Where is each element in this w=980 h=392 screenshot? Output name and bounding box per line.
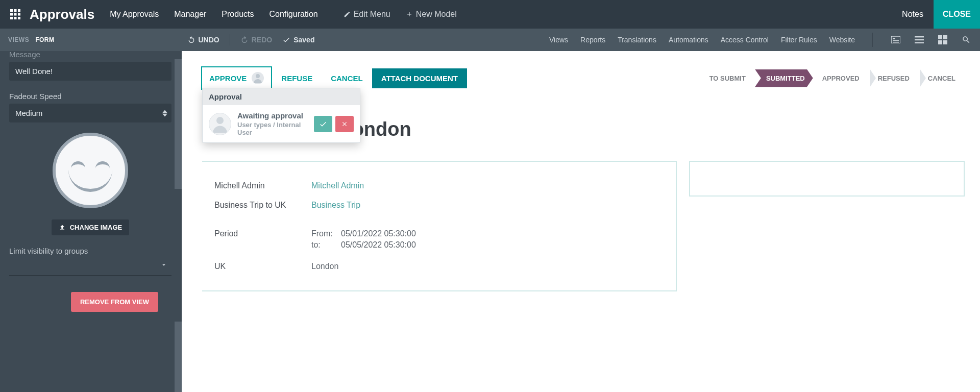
popover-head: Approval bbox=[203, 88, 360, 105]
undo-label: UNDO bbox=[199, 36, 219, 44]
status-submitted[interactable]: SUBMITTED bbox=[755, 69, 813, 87]
popover-approve-button[interactable] bbox=[314, 116, 332, 132]
fadeout-select[interactable]: Medium bbox=[9, 104, 172, 122]
change-image-button[interactable]: CHANGE IMAGE bbox=[52, 219, 130, 235]
redo-label: REDO bbox=[252, 36, 272, 44]
svg-point-20 bbox=[256, 74, 260, 78]
menu-products[interactable]: Products bbox=[222, 10, 254, 19]
status-approved[interactable]: APPROVED bbox=[813, 69, 869, 87]
kanban-view-icon[interactable] bbox=[937, 34, 948, 45]
record-title: to London bbox=[316, 118, 965, 140]
svg-rect-10 bbox=[893, 38, 895, 39]
popover-title: Awaiting approval bbox=[237, 111, 308, 120]
message-input[interactable]: Well Done! bbox=[9, 62, 172, 81]
apps-icon[interactable] bbox=[6, 5, 24, 23]
secondbar: VIEWS FORM UNDO REDO Saved Views Reports… bbox=[0, 29, 980, 51]
new-model[interactable]: New Model bbox=[406, 10, 457, 19]
content: APPROVE Approval Awaiting approval bbox=[182, 51, 980, 392]
new-model-label: New Model bbox=[416, 10, 457, 19]
visibility-select[interactable] bbox=[9, 258, 172, 276]
upload-icon bbox=[59, 224, 66, 231]
sheet-right bbox=[689, 161, 965, 197]
action-row: APPROVE Approval Awaiting approval bbox=[201, 66, 965, 90]
location-value: London bbox=[311, 262, 338, 271]
list-view-icon[interactable] bbox=[914, 34, 925, 45]
visibility-label: Limit visibility to groups bbox=[9, 247, 173, 255]
row-category-value[interactable]: Business Trip bbox=[311, 201, 360, 210]
app-title[interactable]: Approvals bbox=[30, 7, 94, 22]
check-icon bbox=[282, 36, 290, 44]
message-value: Well Done! bbox=[15, 67, 53, 76]
svg-rect-7 bbox=[14, 17, 17, 19]
fadeout-label: Fadeout Speed bbox=[9, 92, 173, 101]
views-label: VIEWS bbox=[8, 36, 29, 43]
search-icon[interactable] bbox=[961, 34, 972, 45]
row-owner-label: Michell Admin bbox=[214, 181, 301, 190]
svg-rect-3 bbox=[10, 13, 13, 16]
row-owner-value[interactable]: Mitchell Admin bbox=[311, 181, 364, 190]
menu-manager[interactable]: Manager bbox=[174, 10, 206, 19]
edit-menu[interactable]: Edit Menu bbox=[344, 10, 390, 19]
attach-document-button[interactable]: ATTACH DOCUMENT bbox=[372, 68, 467, 88]
divider bbox=[872, 33, 873, 47]
link-automations[interactable]: Automations bbox=[669, 36, 708, 44]
row-category: Business Trip to UK Business Trip bbox=[214, 195, 664, 215]
sheet-left: Michell Admin Mitchell Admin Business Tr… bbox=[201, 161, 677, 291]
approval-popover: Approval Awaiting approval User types / … bbox=[202, 88, 360, 143]
saved-label: Saved bbox=[293, 36, 314, 44]
undo-button[interactable]: UNDO bbox=[187, 36, 219, 44]
popover-subtitle: User types / Internal User bbox=[237, 121, 308, 136]
rainbow-preview: CHANGE IMAGE bbox=[9, 133, 172, 235]
form-view-icon[interactable] bbox=[890, 34, 901, 45]
svg-rect-1 bbox=[14, 9, 17, 12]
sidebar-scroll-up[interactable] bbox=[175, 51, 182, 59]
views-form[interactable]: FORM bbox=[35, 36, 54, 43]
redo-icon bbox=[240, 36, 249, 44]
link-website[interactable]: Website bbox=[829, 36, 855, 44]
svg-rect-2 bbox=[18, 9, 20, 12]
redo-button: REDO bbox=[240, 36, 272, 44]
popover-avatar bbox=[209, 113, 231, 135]
chevron-down-icon bbox=[160, 261, 167, 268]
status-cancel[interactable]: CANCEL bbox=[919, 69, 965, 87]
check-icon bbox=[319, 120, 327, 128]
svg-rect-17 bbox=[943, 35, 947, 39]
link-translations[interactable]: Translations bbox=[618, 36, 656, 44]
svg-rect-15 bbox=[915, 42, 924, 43]
sidebar-scroll-thumb[interactable] bbox=[175, 189, 182, 322]
period-label: Period bbox=[214, 229, 301, 252]
change-image-label: CHANGE IMAGE bbox=[70, 224, 122, 231]
sheet-row: Michell Admin Mitchell Admin Business Tr… bbox=[201, 161, 965, 291]
row-period: Period From: 05/01/2022 05:30:00 to: 05/… bbox=[214, 224, 664, 257]
select-caret-icon bbox=[162, 110, 167, 116]
main: Message Well Done! Fadeout Speed Medium … bbox=[0, 51, 980, 392]
edit-menu-label: Edit Menu bbox=[354, 10, 390, 19]
status-refused[interactable]: REFUSED bbox=[869, 69, 919, 87]
link-access-control[interactable]: Access Control bbox=[721, 36, 769, 44]
link-reports[interactable]: Reports bbox=[580, 36, 605, 44]
message-label: Message bbox=[9, 51, 173, 59]
close-button[interactable]: CLOSE bbox=[934, 0, 980, 29]
link-filter-rules[interactable]: Filter Rules bbox=[781, 36, 817, 44]
notes-link[interactable]: Notes bbox=[902, 10, 923, 19]
svg-rect-5 bbox=[18, 13, 20, 16]
remove-from-view-button[interactable]: REMOVE FROM VIEW bbox=[71, 292, 158, 312]
svg-rect-14 bbox=[915, 39, 924, 40]
saved-indicator: Saved bbox=[282, 36, 314, 44]
svg-rect-4 bbox=[14, 13, 17, 16]
approve-button[interactable]: APPROVE Approval Awaiting approval bbox=[201, 66, 272, 90]
fadeout-value: Medium bbox=[15, 109, 42, 117]
status-to-submit[interactable]: TO SUBMIT bbox=[700, 69, 755, 87]
undo-icon bbox=[187, 36, 195, 44]
popover-reject-button[interactable] bbox=[335, 116, 354, 132]
topbar-menu: My Approvals Manager Products Configurat… bbox=[110, 10, 457, 19]
approve-label: APPROVE bbox=[209, 74, 247, 83]
cancel-button[interactable]: CANCEL bbox=[322, 74, 372, 83]
svg-rect-13 bbox=[915, 36, 924, 37]
menu-my-approvals[interactable]: My Approvals bbox=[110, 10, 159, 19]
refuse-button[interactable]: REFUSE bbox=[272, 74, 322, 83]
to-label: to: bbox=[311, 240, 334, 250]
divider bbox=[230, 34, 230, 45]
menu-configuration[interactable]: Configuration bbox=[270, 10, 318, 19]
link-views[interactable]: Views bbox=[549, 36, 568, 44]
